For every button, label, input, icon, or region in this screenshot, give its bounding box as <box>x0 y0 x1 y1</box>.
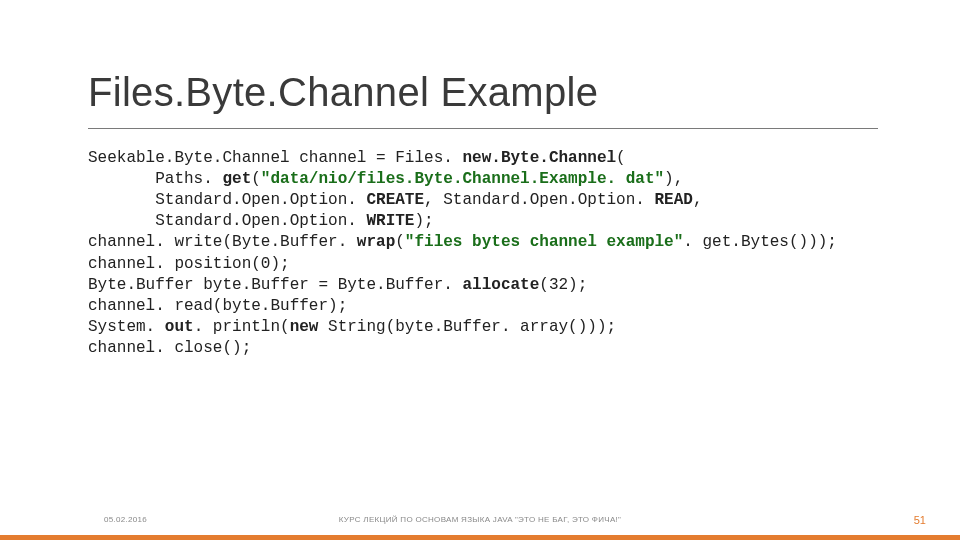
code-text: Paths. <box>88 170 222 188</box>
slide: Files.Byte.Channel Example Seekable.Byte… <box>0 0 960 540</box>
page-number: 51 <box>914 514 926 526</box>
code-bold: READ <box>655 191 693 209</box>
code-text: ( <box>251 170 261 188</box>
slide-title: Files.Byte.Channel Example <box>88 70 598 115</box>
code-text: ( <box>616 149 626 167</box>
code-italic: get <box>222 170 251 188</box>
code-text: Standard.Open.Option. <box>88 191 366 209</box>
code-text: System. <box>88 318 165 336</box>
code-text: Standard.Open.Option. <box>88 212 366 230</box>
title-underline <box>88 128 878 129</box>
code-text: channel. close(); <box>88 339 251 357</box>
code-bold: out <box>165 318 194 336</box>
code-text: Seekable.Byte.Channel channel = Files. <box>88 149 462 167</box>
code-italic: wrap <box>357 233 395 251</box>
code-italic: allocate <box>462 276 539 294</box>
code-text: ), <box>664 170 683 188</box>
code-string: "files bytes channel example" <box>405 233 683 251</box>
code-text: ); <box>414 212 433 230</box>
code-text: Byte.Buffer byte.Buffer = Byte.Buffer. <box>88 276 462 294</box>
code-string: "data/nio/files.Byte.Channel.Example. da… <box>261 170 664 188</box>
code-text: channel. position(0); <box>88 255 290 273</box>
code-italic: new.Byte.Channel <box>462 149 616 167</box>
code-text: , Standard.Open.Option. <box>424 191 654 209</box>
code-bold: WRITE <box>366 212 414 230</box>
code-text: (32); <box>539 276 587 294</box>
code-block: Seekable.Byte.Channel channel = Files. n… <box>88 148 837 359</box>
code-bold: CREATE <box>366 191 424 209</box>
code-text: ( <box>395 233 405 251</box>
footer-caption: КУРС ЛЕКЦИЙ ПО ОСНОВАМ ЯЗЫКА JAVA "ЭТО Н… <box>0 515 960 524</box>
footer-accent-bar <box>0 535 960 540</box>
code-text: . get.Bytes())); <box>683 233 837 251</box>
code-text: . println( <box>194 318 290 336</box>
code-text: channel. read(byte.Buffer); <box>88 297 347 315</box>
code-text: channel. write(Byte.Buffer. <box>88 233 357 251</box>
code-text: , <box>693 191 703 209</box>
code-text: String(byte.Buffer. array())); <box>328 318 616 336</box>
code-bold: new <box>290 318 328 336</box>
